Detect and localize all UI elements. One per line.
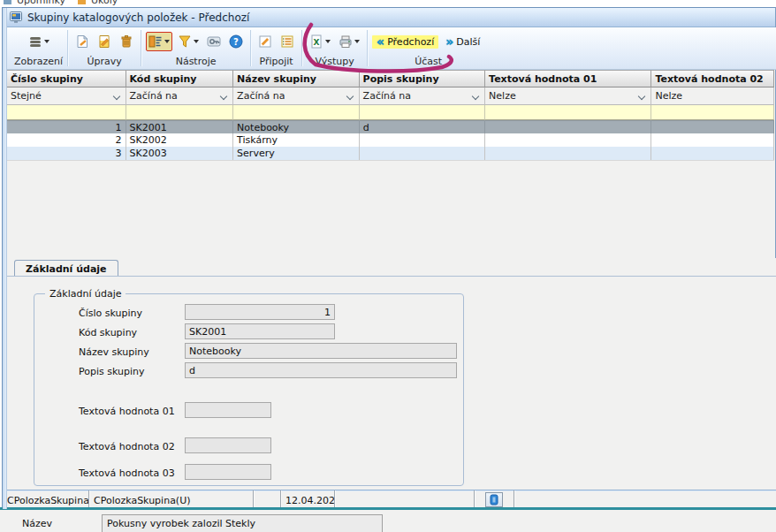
window-titlebar[interactable]: Skupiny katalogových položek - Předchozí (3, 8, 775, 27)
cell-textova-01 (485, 133, 651, 147)
filter-input[interactable] (233, 105, 360, 120)
previous-record-button[interactable]: « Předchozí (372, 35, 438, 49)
help-button[interactable]: ? (226, 32, 246, 51)
detail-tabstrip: Základní údaje (7, 258, 776, 277)
table-row[interactable]: 3 SK2003 Servery (7, 147, 774, 160)
chevron-down-icon (638, 92, 645, 99)
column-header[interactable]: Textová hodnota 01 (485, 70, 651, 87)
view-dropdown-caret[interactable] (44, 40, 49, 43)
toolbar-separator (301, 30, 302, 66)
next-record-button[interactable]: » Další (441, 35, 484, 49)
toolbar-group-label: Výstupy (307, 56, 362, 68)
toolbar-group-label: Úpravy (72, 56, 136, 68)
print-button[interactable] (336, 32, 362, 51)
filter-input[interactable] (485, 105, 651, 120)
reminders-icon (4, 0, 11, 4)
filter-settings-icon (148, 34, 163, 49)
permissions-button[interactable] (204, 32, 224, 51)
cell-textova-02 (651, 147, 774, 160)
chevron-down-icon (346, 92, 353, 99)
attach-list-icon (280, 34, 294, 49)
toolbar-group-label: Nástroje (146, 56, 246, 68)
attach-note-button[interactable] (255, 32, 275, 51)
column-header[interactable]: Kód skupiny (126, 70, 234, 87)
filter-operator-select[interactable]: Začíná na (233, 87, 360, 105)
excel-icon: X (309, 34, 323, 49)
tab-reminders[interactable]: Upomínky (17, 0, 65, 6)
filter-operator-select[interactable]: Začíná na (126, 87, 234, 105)
cell-kod-skupiny: SK2001 (126, 120, 234, 133)
filter-input[interactable] (651, 105, 774, 120)
groupbox-legend: Základní údaje (45, 288, 126, 300)
tab-zakladni-udaje[interactable]: Základní údaje (14, 260, 118, 277)
groupbox-zakladni-udaje: Základní údaje Číslo skupiny 1 Kód skupi… (34, 293, 464, 486)
excel-dropdown-caret[interactable] (325, 40, 331, 43)
filter-operator-select[interactable]: Stejné (7, 87, 126, 105)
status-class-name: CPolozkaSkupina(U) (89, 490, 254, 509)
tab-tasks[interactable]: Úkoly (91, 0, 118, 6)
edit-record-button[interactable] (95, 32, 114, 51)
cell-cislo-skupiny: 1 (7, 120, 126, 133)
column-header[interactable]: Popis skupiny (360, 70, 486, 87)
chevron-down-icon (472, 92, 479, 99)
status-class-writer: CPolozkaSkupinaWr (3, 490, 89, 509)
cell-textova-02 (651, 133, 774, 147)
filter-input[interactable] (7, 105, 126, 120)
toolbar-separator (67, 30, 68, 66)
new-record-button[interactable] (72, 32, 92, 51)
view-button[interactable] (26, 32, 52, 51)
cell-kod-skupiny: SK2003 (126, 147, 234, 160)
textova-hodnota-03-field[interactable] (185, 464, 271, 480)
cell-kod-skupiny: SK2002 (126, 133, 234, 147)
attach-note-icon (258, 34, 272, 49)
grid-header-row: Číslo skupiny Kód skupiny Název skupiny … (7, 70, 774, 87)
attach-list-button[interactable] (278, 32, 297, 51)
popis-skupiny-field[interactable]: d (185, 362, 457, 378)
next-icon: » (445, 36, 453, 47)
column-header[interactable]: Číslo skupiny (7, 70, 126, 87)
filter-caret[interactable] (194, 40, 199, 43)
textova-hodnota-02-field[interactable] (185, 437, 271, 453)
cell-nazev-skupiny: Tiskárny (233, 133, 360, 147)
toolbar-group-label: Účast (372, 56, 484, 68)
database-status-button[interactable] (485, 492, 503, 507)
window-left-frame (3, 8, 7, 509)
filter-settings-button[interactable] (146, 32, 172, 51)
toolbar-separator (141, 30, 141, 66)
filter-input[interactable] (360, 105, 486, 120)
field-label: Textová hodnota 01 (79, 406, 175, 417)
catalog-groups-grid: Číslo skupiny Kód skupiny Název skupiny … (7, 70, 776, 245)
toolbar-group-ucast: « Předchozí » Další Účast (369, 27, 488, 69)
column-header[interactable]: Název skupiny (233, 70, 360, 87)
filter-button[interactable] (175, 32, 202, 51)
ribbon-toolbar: Zobrazení (7, 27, 776, 70)
next-label: Další (456, 36, 480, 48)
export-excel-button[interactable]: X (307, 32, 333, 51)
status-bar: CPolozkaSkupinaWr CPolozkaSkupina(U) 12.… (3, 490, 776, 509)
view-icon (28, 34, 42, 49)
nazev-skupiny-field[interactable]: Notebooky (185, 343, 457, 359)
filter-operator-select[interactable]: Nelze (651, 87, 774, 105)
app-screen: Upomínky Úkoly Skupiny katalogových polo… (0, 0, 776, 532)
nazev-field[interactable]: Pokusny vyrobek zalozil Stekly (102, 514, 383, 532)
cislo-skupiny-field[interactable]: 1 (185, 304, 335, 320)
table-row[interactable]: 1 SK2001 Notebooky d (7, 120, 774, 133)
toolbar-group-pripojit: Připojit (252, 27, 301, 69)
filter-operator-select[interactable]: Začíná na (360, 87, 486, 105)
print-dropdown-caret[interactable] (354, 40, 360, 43)
parent-app-strip: Upomínky Úkoly (0, 0, 776, 7)
filter-settings-caret[interactable] (164, 40, 170, 43)
filter-input[interactable] (126, 105, 234, 120)
kod-skupiny-field[interactable]: SK2001 (185, 323, 335, 339)
edit-record-icon (97, 34, 111, 49)
table-row[interactable]: 2 SK2002 Tiskárny (7, 133, 774, 147)
delete-record-button[interactable] (117, 32, 136, 51)
background-window-panel: Název Pokusny vyrobek zalozil Stekly (0, 510, 776, 532)
catalog-groups-window: Skupiny katalogových položek - Předchozí… (2, 7, 776, 510)
filter-operator-select[interactable]: Nelze (485, 87, 651, 105)
textova-hodnota-01-field[interactable] (185, 402, 271, 418)
status-empty-cell (335, 490, 475, 509)
column-header[interactable]: Textová hodnota 02 (651, 70, 774, 87)
tasks-icon (78, 0, 86, 4)
nazev-label: Název (22, 518, 52, 529)
